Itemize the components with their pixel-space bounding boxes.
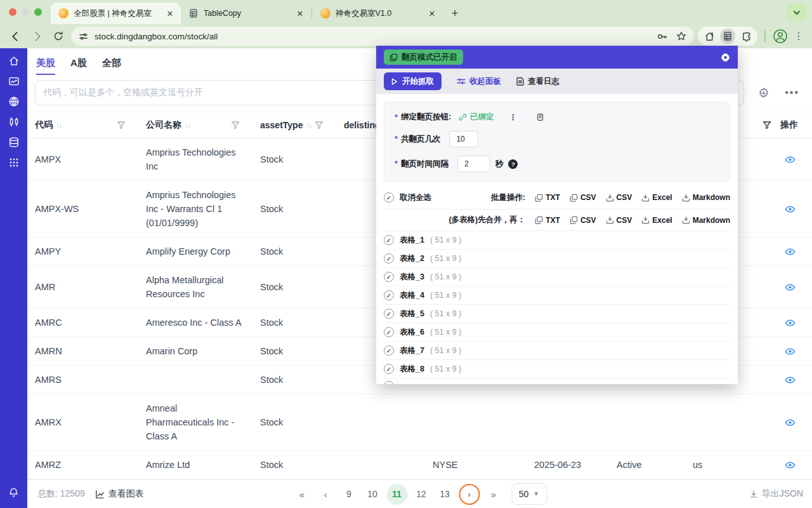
bound-status[interactable]: 已绑定	[459, 112, 494, 123]
window-chevron-button[interactable]	[787, 4, 807, 21]
table-list-item[interactable]: ✓ 表格_6 ( 51 x 9 )	[384, 323, 730, 342]
table-checkbox[interactable]: ✓	[384, 364, 394, 374]
page-number-12[interactable]: 12	[412, 485, 431, 504]
export-markdown-button[interactable]: Markdown	[682, 216, 730, 225]
bound-element-icon[interactable]	[537, 113, 544, 121]
table-list-item[interactable]: ✓ 表格_7 ( 51 x 9 )	[384, 342, 730, 360]
filter-funnel-icon[interactable]	[117, 121, 126, 130]
column-settings-icon[interactable]	[758, 87, 769, 98]
bookmark-star-icon[interactable]	[676, 31, 686, 42]
market-tab-2[interactable]: 全部	[102, 57, 121, 75]
table-list-item[interactable]: ✓ 表格_8 ( 51 x 9 )	[384, 360, 730, 378]
view-eye-icon[interactable]	[785, 460, 796, 471]
table-list-item[interactable]: ✓ 表格_3 ( 51 x 9 )	[384, 268, 730, 286]
tab-close-icon[interactable]: ✕	[426, 8, 438, 19]
export-txt-button[interactable]: TXT	[535, 216, 560, 225]
export-markdown-button[interactable]: Markdown	[682, 193, 730, 202]
table-checkbox[interactable]: ✓	[384, 272, 394, 282]
browser-tab[interactable]: 全部股票 | 神奇交易室 ✕	[51, 3, 181, 24]
password-key-icon[interactable]	[657, 31, 667, 42]
sort-icon[interactable]: ↑↓	[306, 121, 311, 129]
view-eye-icon[interactable]	[785, 417, 796, 428]
view-eye-icon[interactable]	[785, 318, 796, 328]
sidebar-globe-dollar-icon[interactable]	[8, 96, 20, 107]
collapse-panel-button[interactable]: 收起面板	[457, 76, 501, 87]
sidebar-apps-grid-icon[interactable]	[8, 157, 20, 168]
forward-button[interactable]	[28, 27, 46, 45]
filter-funnel-icon[interactable]	[231, 121, 240, 130]
export-csv-button[interactable]: CSV	[606, 216, 632, 225]
page-number-10[interactable]: 10	[363, 485, 382, 504]
table-checkbox[interactable]: ✓	[384, 290, 394, 300]
browser-menu-button[interactable]: ⋮	[792, 30, 806, 42]
help-icon[interactable]: ?	[508, 159, 518, 169]
next-page-button[interactable]: ›	[459, 484, 480, 505]
more-options-icon[interactable]: •••	[785, 88, 799, 98]
tablecopy-extension-button[interactable]	[720, 29, 735, 44]
prev-page-button[interactable]: ‹	[316, 485, 335, 504]
export-excel-button[interactable]: Excel	[641, 193, 672, 202]
column-header[interactable]: assetType ↑↓	[252, 120, 336, 130]
export-csv-button[interactable]: CSV	[606, 193, 632, 202]
view-eye-icon[interactable]	[785, 375, 796, 385]
panel-settings-gear-icon[interactable]	[721, 53, 730, 62]
sidebar-chart-image-icon[interactable]	[8, 76, 20, 87]
extensions-puzzle-button[interactable]	[738, 29, 754, 44]
first-page-button[interactable]: «	[292, 485, 311, 504]
table-list-item[interactable]: ✓ 表格_2 ( 51 x 9 )	[384, 250, 730, 268]
page-size-select[interactable]: 50▼	[511, 483, 547, 505]
maximize-window-button[interactable]	[34, 8, 42, 16]
view-eye-icon[interactable]	[785, 346, 796, 357]
market-tab-0[interactable]: 美股	[36, 57, 55, 75]
export-csv-button[interactable]: CSV	[570, 193, 596, 202]
table-checkbox[interactable]: ✓	[384, 235, 394, 245]
page-number-9[interactable]: 9	[339, 485, 358, 504]
view-eye-icon[interactable]	[785, 204, 796, 215]
filter-funnel-icon[interactable]	[763, 121, 771, 130]
view-eye-icon[interactable]	[785, 154, 796, 165]
browser-tab[interactable]: 神奇交易室V1.0 ✕	[313, 3, 443, 24]
page-number-11[interactable]: 11	[386, 484, 407, 505]
sidebar-database-icon[interactable]	[8, 137, 20, 148]
tab-close-icon[interactable]: ✕	[164, 8, 176, 19]
table-checkbox[interactable]	[384, 381, 394, 384]
page-number-13[interactable]: 13	[435, 485, 454, 504]
sidebar-candlestick-icon[interactable]	[8, 116, 20, 128]
view-logs-button[interactable]: 查看日志	[516, 76, 560, 87]
export-json-button[interactable]: 导出JSON	[749, 488, 803, 500]
notifications-bell-button[interactable]	[0, 487, 27, 498]
table-checkbox[interactable]: ✓	[384, 345, 394, 356]
last-page-button[interactable]: »	[484, 485, 503, 504]
sort-icon[interactable]: ↑↓	[185, 121, 190, 129]
bind-more-menu[interactable]: ⋮	[509, 112, 518, 122]
browser-tab[interactable]: TableCopy ✕	[181, 3, 311, 24]
sidebar-home-icon[interactable]	[8, 55, 20, 67]
table-list-item-partial[interactable]	[384, 378, 730, 384]
site-settings-icon[interactable]	[79, 32, 88, 41]
address-bar[interactable]: stock.dingdangbox.com/stock/all	[71, 27, 694, 46]
close-window-button[interactable]	[9, 8, 16, 16]
home-button[interactable]	[702, 29, 717, 44]
sort-icon[interactable]: ↑↓	[56, 121, 62, 129]
column-header[interactable]: 公司名称 ↑↓	[138, 119, 252, 131]
interval-input[interactable]: 2	[457, 156, 490, 172]
table-checkbox[interactable]: ✓	[384, 309, 394, 319]
table-list-item[interactable]: ✓ 表格_1 ( 51 x 9 )	[384, 231, 730, 250]
view-chart-button[interactable]: 查看图表	[95, 488, 144, 500]
reload-button[interactable]	[49, 27, 67, 45]
column-header[interactable]: 代码 ↑↓	[27, 119, 138, 131]
view-eye-icon[interactable]	[785, 282, 796, 293]
market-tab-1[interactable]: A股	[70, 57, 87, 75]
filter-funnel-icon[interactable]	[315, 121, 324, 130]
profile-avatar[interactable]	[773, 29, 788, 44]
table-checkbox[interactable]: ✓	[384, 253, 394, 264]
select-all-checkbox[interactable]: ✓	[384, 192, 394, 203]
tab-close-icon[interactable]: ✕	[294, 8, 306, 19]
new-tab-button[interactable]: +	[447, 5, 463, 22]
export-csv-button[interactable]: CSV	[570, 216, 596, 225]
pages-count-input[interactable]: 10	[449, 131, 478, 147]
view-eye-icon[interactable]	[785, 246, 796, 257]
export-txt-button[interactable]: TXT	[535, 193, 560, 202]
table-checkbox[interactable]: ✓	[384, 327, 394, 337]
start-scrape-button[interactable]: 开始抓取	[384, 72, 442, 90]
